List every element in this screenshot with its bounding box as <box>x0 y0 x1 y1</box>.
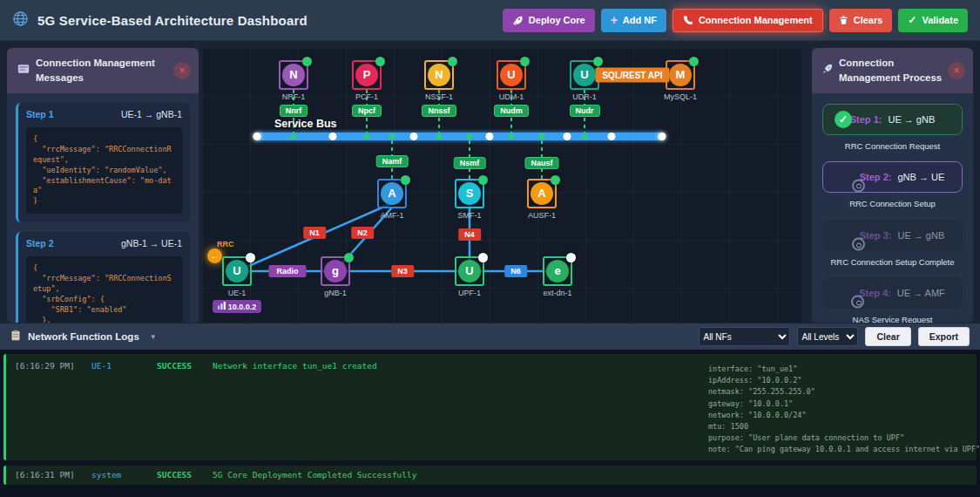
process-panel-title: Connection Management Process <box>839 56 947 85</box>
status-dot <box>551 175 560 185</box>
sbi-tag: Nudm <box>494 105 529 117</box>
messages-panel: Connection Management Messages × Step 1 … <box>7 48 199 323</box>
sbi-tag: Nausf <box>524 157 558 169</box>
validate-button[interactable]: ✓ Validate <box>898 9 968 32</box>
nf-icon: U <box>222 256 252 286</box>
logs-title: Network Function Logs <box>28 331 139 342</box>
message-step-route: gNB-1 → UE-1 <box>121 238 182 248</box>
status-dot <box>520 57 530 66</box>
status-dot <box>448 57 457 66</box>
process-step-caption: RRC Connection Setup Complete <box>824 256 961 268</box>
level-filter-select[interactable]: All Levels <box>797 327 858 346</box>
process-step-caption: RRC Connection Request <box>824 140 961 152</box>
step-done-icon: ✓ <box>835 111 852 128</box>
nf-icon: A <box>377 179 407 208</box>
log-entry: [6:16:29 PM] UE-1 SUCCESS Network interf… <box>3 354 977 460</box>
step-pending-icon <box>852 238 865 251</box>
clipboard-icon <box>10 329 21 344</box>
deploy-core-button[interactable]: Deploy Core <box>503 9 595 32</box>
api-link-tag: SQL/REST API <box>595 68 669 83</box>
phone-icon <box>683 15 693 25</box>
process-step-caption: NAS Service Request <box>824 314 961 323</box>
process-step-card: Step 2: gNB → UE <box>822 161 963 193</box>
messages-panel-header: Connection Management Messages × <box>7 48 199 93</box>
nf-node-smf-1[interactable]: S SMF-1 <box>442 179 497 220</box>
plus-icon: + <box>611 13 618 27</box>
nf-node-ausf-1[interactable]: A AUSF-1 <box>514 179 570 220</box>
status-dot <box>689 57 699 66</box>
nf-node-pcf-1[interactable]: P PCF-1 Npcf <box>339 60 395 117</box>
n4-interface-tag: N4 <box>458 228 481 241</box>
log-details: interface: "tun_ue1" ipAddress: "10.0.0.… <box>708 364 980 455</box>
n2-interface-tag: N2 <box>351 227 374 239</box>
n3-interface-tag: N3 <box>391 265 414 277</box>
add-nf-button[interactable]: + Add NF <box>601 9 666 32</box>
connection-management-button[interactable]: Connection Management <box>672 9 823 32</box>
status-dot <box>566 253 576 262</box>
nf-icon: U <box>455 256 484 286</box>
close-icon[interactable]: × <box>173 62 191 79</box>
log-message: 5G Core Deployment Completed Successfull… <box>213 470 417 480</box>
process-panel: Connection Management Process × ✓ Step 1… <box>812 48 973 323</box>
n6-interface-tag: N6 <box>504 265 527 277</box>
message-step-card: Step 2 gNB-1 → UE-1 { "rrcMessage": "RRC… <box>16 232 190 323</box>
rrc-label: RRC <box>217 240 234 248</box>
messages-panel-title: Connection Management Messages <box>36 56 172 85</box>
close-icon[interactable]: × <box>948 62 965 79</box>
log-timestamp: [6:16:29 PM] <box>15 361 91 371</box>
service-bus-label: Service Bus <box>274 118 337 130</box>
logs-controls: All NFs All Levels Clear Export <box>699 327 970 346</box>
nf-node-udm-1[interactable]: U UDM-1 Nudm <box>483 60 539 117</box>
nf-node-gnb-1[interactable]: g gNB-1 <box>308 256 363 297</box>
log-level-badge: SUCCESS <box>157 470 213 480</box>
sbi-tag: Namf <box>376 155 409 167</box>
message-step-label: Step 1 <box>26 109 54 119</box>
nf-node-nrf-1[interactable]: N NRF-1 Nnrf <box>266 60 321 117</box>
message-payload: { "rrcMessage": "RRCConnectionRequest", … <box>26 127 182 214</box>
status-dot <box>344 253 354 262</box>
log-entry: [6:16:31 PM] system SUCCESS 5G Core Depl… <box>3 466 977 485</box>
status-dot <box>478 253 488 262</box>
process-step-card: Step 4: UE → AMF <box>822 277 963 309</box>
nf-node-nssf-1[interactable]: N NSSF-1 Nnssf <box>411 60 467 117</box>
nf-icon: e <box>543 256 572 286</box>
status-dot <box>478 175 488 185</box>
export-logs-button[interactable]: Export <box>918 327 970 346</box>
step-pending-icon <box>852 179 865 192</box>
globe-icon <box>12 10 29 31</box>
nf-node-ue-1[interactable]: RRC ← U UE-1 10.0.0.2 <box>209 256 265 313</box>
nf-node-upf-1[interactable]: U UPF-1 <box>442 256 497 297</box>
status-dot <box>246 253 255 262</box>
log-source: UE-1 <box>91 361 157 371</box>
message-payload: { "rrcMessage": "RRCConnectionSetup", "s… <box>26 256 182 323</box>
process-icon <box>822 64 833 78</box>
nf-filter-select[interactable]: All NFs <box>699 327 790 346</box>
nf-icon: N <box>279 60 308 90</box>
topology-canvas[interactable]: Service Bus N NRF-1 Nnrf P PCF-1 Npcf N … <box>202 48 801 323</box>
logs-body: [6:16:29 PM] UE-1 SUCCESS Network interf… <box>0 350 980 497</box>
process-step-card: Step 3: UE → gNB <box>822 220 963 251</box>
trash-icon <box>839 15 848 25</box>
sbi-tag: Nnssf <box>422 105 456 117</box>
nf-node-ext-dn-1[interactable]: e ext-dn-1 <box>530 256 585 297</box>
radio-interface-tag: Radio <box>268 265 306 277</box>
status-dot <box>401 175 410 185</box>
message-step-label: Step 2 <box>26 238 54 248</box>
nf-icon: U <box>497 60 526 90</box>
sbi-tag: Nsmf <box>454 157 486 169</box>
ip-badge: 10.0.0.2 <box>213 300 262 313</box>
logs-header: Network Function Logs ▼ All NFs All Leve… <box>0 323 980 350</box>
rrc-arrow-icon: ← <box>207 248 222 263</box>
clears-button[interactable]: Clears <box>829 9 893 32</box>
chevron-down-icon[interactable]: ▼ <box>150 333 157 341</box>
nf-icon: M <box>666 60 695 90</box>
step-pending-icon <box>851 296 864 309</box>
app-header: 5G Service-Based Architecture Dashboard … <box>0 0 980 41</box>
message-step-card: Step 1 UE-1 → gNB-1 { "rrcMessage": "RRC… <box>16 103 190 222</box>
nf-icon: P <box>352 60 382 90</box>
process-panel-header: Connection Management Process × <box>812 48 973 93</box>
nf-icon: g <box>321 256 350 286</box>
nf-node-amf-1[interactable]: A AMF-1 <box>364 179 420 220</box>
message-step-route: UE-1 → gNB-1 <box>121 109 182 119</box>
clear-logs-button[interactable]: Clear <box>865 327 910 346</box>
